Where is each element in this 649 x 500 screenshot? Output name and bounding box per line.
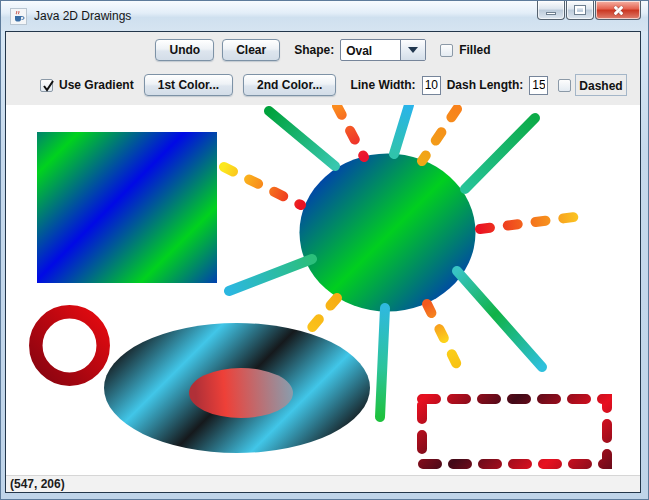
ray-line-left-dashed-yellow-red: [224, 167, 301, 205]
filled-checkbox[interactable]: [440, 44, 453, 57]
toolbar: Undo Clear Shape: Oval Filled: [6, 32, 640, 105]
shape-dropdown-value: Oval: [341, 40, 400, 60]
content-frame: Undo Clear Shape: Oval Filled: [5, 31, 641, 493]
use-gradient-label: Use Gradient: [59, 78, 134, 92]
ray-line-lower-right-green-solid: [457, 271, 542, 367]
red-ring-shape: [36, 312, 103, 379]
drawing-canvas[interactable]: [6, 105, 640, 475]
drawing-surface: [6, 105, 640, 475]
window-title: Java 2D Drawings: [34, 9, 131, 23]
dash-length-label: Dash Length:: [447, 78, 524, 92]
minimize-button[interactable]: [537, 1, 565, 20]
undo-button[interactable]: Undo: [155, 39, 214, 61]
ray-line-top-cyan-solid: [394, 105, 409, 154]
shape-dropdown[interactable]: Oval: [340, 39, 426, 61]
app-window: Java 2D Drawings Undo Clear Shape:: [0, 0, 649, 500]
filled-label: Filled: [459, 43, 490, 57]
minimize-icon: [546, 12, 556, 15]
shape-label: Shape:: [294, 43, 334, 57]
statusbar: (547, 206): [6, 475, 640, 492]
use-gradient-checkbox[interactable]: [40, 79, 53, 92]
close-button[interactable]: [595, 1, 641, 20]
mouse-coordinates: (547, 206): [10, 477, 65, 491]
inner-ellipse-shape: [189, 368, 293, 418]
dashed-checkbox-group[interactable]: Dashed: [558, 74, 626, 96]
ray-line-top-dashed-orange-red: [337, 106, 364, 157]
dashed-checkbox[interactable]: [558, 79, 571, 92]
toolbar-row-1: Undo Clear Shape: Oval Filled: [6, 39, 640, 61]
clear-button[interactable]: Clear: [222, 39, 280, 61]
titlebar[interactable]: Java 2D Drawings: [1, 1, 648, 31]
ray-line-bottom-cyan-green-solid: [380, 308, 385, 417]
gradient-rectangle-shape: [37, 132, 217, 283]
shape-dropdown-arrow-button[interactable]: [400, 40, 425, 60]
line-width-label: Line Width:: [350, 78, 415, 92]
maximize-icon: [575, 6, 585, 14]
chevron-down-icon: [408, 47, 418, 53]
dash-length-input[interactable]: [529, 76, 548, 95]
ray-line-upper-right-green-solid: [465, 118, 535, 189]
java-cup-icon: [10, 8, 27, 25]
ray-line-right-dashed-red-yellow: [480, 215, 590, 229]
dashed-label: Dashed: [579, 79, 622, 93]
first-color-button[interactable]: 1st Color...: [144, 74, 233, 96]
ray-line-bottom-dashed-orange-yellow: [427, 304, 464, 379]
checkmark-icon: [41, 78, 57, 94]
close-icon: [612, 4, 624, 16]
toolbar-row-2: Use Gradient 1st Color... 2nd Color... L…: [40, 74, 627, 96]
ray-line-left-teal-solid: [229, 259, 312, 291]
sun-oval-shape: [300, 154, 476, 312]
maximize-button[interactable]: [566, 1, 594, 20]
second-color-button[interactable]: 2nd Color...: [243, 74, 336, 96]
dashed-rectangle-shape: [422, 399, 607, 464]
ray-line-top-dashed-orange: [422, 109, 457, 161]
line-width-input[interactable]: [422, 76, 441, 95]
ray-line-upper-left-solid: [269, 111, 335, 166]
